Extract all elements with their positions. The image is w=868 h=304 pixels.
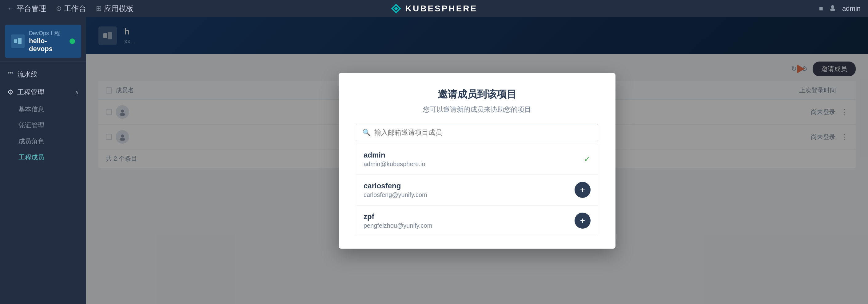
template-label: 应用模板: [104, 4, 133, 13]
user-item-zpf: zpf pengfeizhou@yunify.com +: [356, 206, 598, 236]
add-zpf-button[interactable]: +: [575, 213, 591, 229]
logo-icon: [391, 3, 402, 14]
svg-rect-6: [18, 38, 22, 44]
user-info-zpf: zpf pengfeizhou@yunify.com: [364, 212, 575, 229]
nav-right: ■ admin: [819, 4, 861, 13]
template-icon: ⊞: [96, 5, 101, 12]
sidebar: DevOps工程 hello-devops 流水线 ⚙ 工程管理 ∧ 基本信息 …: [0, 17, 86, 304]
sidebar-item-credentials[interactable]: 凭证管理: [0, 117, 86, 133]
mgmt-expand-icon: ∧: [75, 89, 79, 96]
project-type: DevOps工程: [29, 30, 65, 37]
project-name: hello-devops: [29, 37, 65, 53]
workbench-label: 工作台: [64, 4, 86, 13]
sidebar-item-members[interactable]: 工程成员: [0, 149, 86, 165]
nav-left: ← 平台管理 ⊙ 工作台 ⊞ 应用模板: [7, 4, 133, 13]
modal-subtitle: 您可以邀请新的成员来协助您的项目: [356, 105, 598, 114]
top-nav: ← 平台管理 ⊙ 工作台 ⊞ 应用模板 KUBESPHERE ■ admin: [0, 0, 868, 17]
logo-text: KUBESPHERE: [405, 4, 477, 13]
user-email-carlosfeng: carlosfeng@yunify.com: [364, 191, 575, 199]
nav-template[interactable]: ⊞ 应用模板: [96, 4, 133, 13]
user-name-carlosfeng: carlosfeng: [364, 182, 575, 190]
svg-rect-8: [10, 72, 11, 73]
modal-search-icon: 🔍: [362, 129, 371, 136]
user-icon: [829, 4, 836, 13]
modal-title: 邀请成员到该项目: [356, 88, 598, 101]
user-name-zpf: zpf: [364, 212, 575, 221]
svg-point-3: [831, 5, 834, 8]
svg-point-4: [830, 8, 835, 11]
add-carlosfeng-button[interactable]: +: [575, 182, 591, 198]
mgmt-icon: ⚙: [7, 88, 13, 96]
svg-rect-7: [8, 72, 9, 73]
nav-center-logo: KUBESPHERE: [391, 3, 477, 14]
sidebar-item-basic-info[interactable]: 基本信息: [0, 101, 86, 117]
project-icon: [11, 34, 25, 48]
workbench-icon: ⊙: [56, 5, 62, 12]
modal-search-bar: 🔍: [356, 124, 598, 141]
user-email-zpf: pengfeizhou@yunify.com: [364, 222, 575, 229]
user-check-icon: ✓: [584, 154, 591, 164]
platform-label: 平台管理: [17, 4, 46, 13]
user-list: admin admin@kubesphere.io ✓ carlosfeng c…: [356, 144, 598, 236]
nav-workbench[interactable]: ⊙ 工作台: [56, 4, 86, 13]
svg-rect-9: [12, 72, 13, 73]
sidebar-group-mgmt[interactable]: ⚙ 工程管理 ∧: [0, 83, 86, 101]
pipeline-icon: [7, 71, 13, 79]
sidebar-item-member-roles[interactable]: 成员角色: [0, 133, 86, 149]
user-email-admin: admin@kubesphere.io: [364, 161, 584, 168]
main-content: h xx... ↻ ⚙ 邀请成员 成员名 上次登录时间: [86, 17, 868, 304]
main-layout: DevOps工程 hello-devops 流水线 ⚙ 工程管理 ∧ 基本信息 …: [0, 17, 868, 304]
admin-label: admin: [842, 5, 861, 12]
modal-overlay: 邀请成员到该项目 您可以邀请新的成员来协助您的项目 🔍 admin admin@…: [86, 17, 868, 304]
invite-modal: 邀请成员到该项目 您可以邀请新的成员来协助您的项目 🔍 admin admin@…: [339, 73, 616, 249]
mgmt-label: 工程管理: [17, 88, 44, 97]
user-item-admin: admin admin@kubesphere.io ✓: [356, 144, 598, 175]
settings-icon[interactable]: ■: [819, 5, 823, 12]
user-info-admin: admin admin@kubesphere.io: [364, 151, 584, 168]
back-icon: ←: [7, 5, 14, 12]
project-info: DevOps工程 hello-devops: [29, 30, 65, 53]
project-status-badge: [69, 38, 75, 44]
user-name-admin: admin: [364, 151, 584, 159]
nav-back[interactable]: ← 平台管理: [7, 4, 46, 13]
pipeline-label: 流水线: [17, 70, 37, 79]
sidebar-item-pipeline[interactable]: 流水线: [0, 65, 86, 83]
user-item-carlosfeng: carlosfeng carlosfeng@yunify.com +: [356, 175, 598, 206]
modal-search-input[interactable]: [374, 129, 592, 136]
sidebar-divider-1: [0, 62, 86, 62]
project-card[interactable]: DevOps工程 hello-devops: [5, 25, 81, 58]
user-info-carlosfeng: carlosfeng carlosfeng@yunify.com: [364, 182, 575, 199]
svg-rect-5: [14, 39, 17, 43]
